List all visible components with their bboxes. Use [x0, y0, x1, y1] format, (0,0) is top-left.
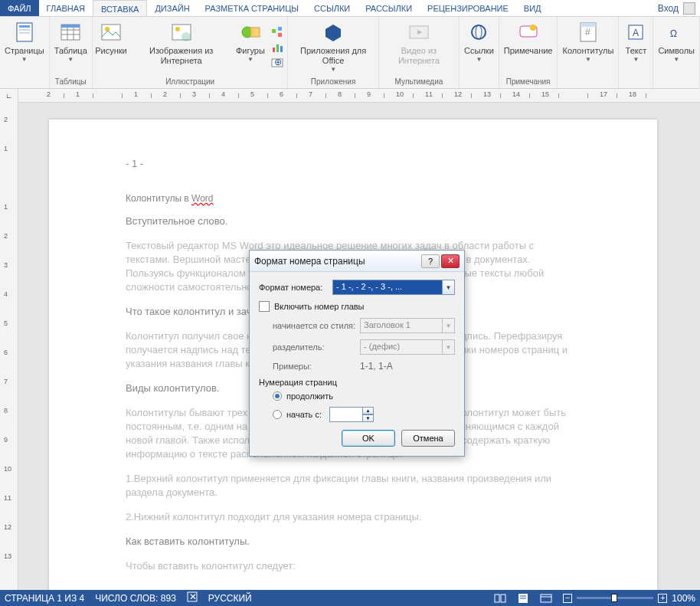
comment-button[interactable]: Примечание: [499, 18, 558, 76]
symbols-icon: Ω: [664, 20, 689, 44]
tab-insert[interactable]: ВСТАВКА: [93, 0, 147, 16]
header-footer-button[interactable]: # Колонтитулы▼: [558, 18, 618, 76]
vertical-ruler[interactable]: 2112345678910111213: [0, 103, 18, 590]
ribbon-tabs: ФАЙЛ ГЛАВНАЯ ВСТАВКА ДИЗАЙН РАЗМЕТКА СТР…: [0, 0, 700, 17]
apps-icon: [321, 20, 345, 44]
svg-point-14: [175, 27, 180, 31]
zoom-out-button[interactable]: −: [563, 594, 572, 603]
read-mode-icon[interactable]: [494, 593, 506, 604]
svg-rect-1: [19, 25, 30, 28]
spinner-up-icon[interactable]: ▲: [363, 407, 374, 414]
video-label: Видео из Интернета: [384, 46, 454, 66]
pages-label: Страницы: [5, 46, 44, 56]
zoom-thumb[interactable]: [611, 594, 617, 602]
tab-references[interactable]: ССЫЛКИ: [306, 0, 358, 16]
tab-home[interactable]: ГЛАВНАЯ: [39, 0, 93, 16]
svg-rect-22: [280, 46, 283, 52]
separator-value: - (дефис): [360, 339, 443, 355]
chart-icon[interactable]: [270, 41, 284, 54]
spellcheck-icon[interactable]: ✕: [187, 591, 198, 604]
online-pictures-button[interactable]: Изображения из Интернета: [129, 18, 233, 76]
status-page[interactable]: СТРАНИЦА 1 ИЗ 4: [5, 593, 84, 604]
doc-p9: Как вставить колонтитулы.: [126, 535, 581, 549]
dialog-help-button[interactable]: ?: [421, 254, 440, 268]
illustrations-group-label: Иллюстрации: [93, 76, 288, 88]
web-layout-icon[interactable]: [540, 593, 552, 604]
include-chapter-checkbox[interactable]: [259, 301, 270, 312]
status-language[interactable]: РУССКИЙ: [208, 593, 252, 604]
page-number-format-dialog: Формат номера страницы ? ✕ Формат номера…: [249, 250, 465, 457]
zoom-value[interactable]: 100%: [672, 593, 695, 604]
apps-label: Приложения для Office: [293, 46, 373, 66]
pictures-label: Рисунки: [95, 46, 127, 56]
dialog-close-button[interactable]: ✕: [441, 254, 460, 268]
sign-in-link[interactable]: Вход: [658, 3, 679, 14]
dialog-titlebar[interactable]: Формат номера страницы ? ✕: [250, 251, 464, 272]
links-button[interactable]: Ссылки▼: [460, 18, 499, 76]
screenshot-icon[interactable]: ⊕: [270, 56, 284, 70]
shapes-icon: [238, 20, 263, 44]
user-avatar-icon[interactable]: [683, 2, 695, 15]
start-at-radio[interactable]: [273, 410, 282, 419]
separator-label: разделитель:: [273, 342, 360, 352]
svg-rect-3: [19, 32, 30, 34]
horizontal-ruler[interactable]: ∟ 211234567891011121314151718: [0, 89, 700, 103]
table-icon: [58, 20, 83, 44]
chevron-down-icon[interactable]: ▼: [443, 280, 455, 295]
svg-point-31: [530, 25, 536, 31]
pages-icon: [12, 20, 37, 44]
status-words[interactable]: ЧИСЛО СЛОВ: 893: [95, 593, 176, 604]
pictures-button[interactable]: Рисунки: [93, 18, 129, 76]
ribbon: Страницы▼ Таблица▼ Таблицы Рисунки Изобр…: [0, 17, 700, 89]
text-button[interactable]: A Текст▼: [619, 18, 653, 76]
include-chapter-label: Включить номер главы: [274, 302, 365, 311]
svg-text:⊕: ⊕: [274, 57, 282, 67]
shapes-button[interactable]: Фигуры▼: [233, 18, 267, 76]
pages-button[interactable]: Страницы▼: [0, 18, 49, 76]
svg-point-11: [105, 27, 110, 31]
cancel-button[interactable]: Отмена: [401, 430, 455, 447]
zoom-slider[interactable]: [577, 597, 653, 599]
examples-value: 1-1, 1-A: [360, 361, 393, 372]
svg-rect-9: [61, 25, 80, 28]
symbols-button[interactable]: Ω Символы▼: [653, 18, 699, 76]
tab-design[interactable]: ДИЗАЙН: [147, 0, 197, 16]
examples-label: Примеры:: [273, 362, 360, 371]
number-format-combo[interactable]: - 1 -, - 2 -, - 3 -, ... ▼: [332, 280, 455, 295]
separator-combo: - (дефис) ▼: [360, 339, 455, 355]
doc-p10: Чтобы вставить колонтитул следует:: [126, 559, 581, 573]
svg-rect-17: [272, 29, 276, 33]
tab-page-layout[interactable]: РАЗМЕТКА СТРАНИЦЫ: [198, 0, 306, 16]
svg-text:#: #: [585, 27, 590, 38]
svg-rect-21: [276, 44, 279, 52]
svg-marker-25: [325, 25, 341, 41]
links-label: Ссылки: [464, 46, 494, 56]
text-label: Текст: [626, 46, 647, 56]
doc-p8: 2.Нижний колонтитул подходит для указани…: [126, 510, 581, 524]
apps-button[interactable]: Приложения для Office▼: [288, 18, 378, 76]
print-layout-icon[interactable]: [517, 593, 529, 604]
comment-label: Примечание: [504, 46, 553, 56]
spinner-down-icon[interactable]: ▼: [363, 414, 374, 422]
online-pictures-icon: [169, 20, 194, 44]
doc-p1: Вступительное слово.: [126, 215, 581, 228]
online-video-button: Видео из Интернета: [379, 18, 459, 76]
smartart-icon[interactable]: [270, 25, 284, 39]
start-at-field[interactable]: [329, 407, 363, 422]
tab-review[interactable]: РЕЦЕНЗИРОВАНИЕ: [420, 0, 516, 16]
tab-view[interactable]: ВИД: [516, 0, 549, 16]
ok-button[interactable]: OK: [342, 430, 395, 447]
table-button[interactable]: Таблица▼: [50, 18, 92, 76]
tab-file[interactable]: ФАЙЛ: [0, 0, 39, 16]
header-footer-icon: #: [576, 20, 600, 44]
tab-mailings[interactable]: РАССЫЛКИ: [358, 0, 420, 16]
doc-p7: 1.Верхний колонтитул применяется для фик…: [126, 472, 581, 500]
doc-title-prefix: Колонтитулы в: [126, 193, 191, 204]
comments-group-label: Примечания: [499, 76, 558, 88]
svg-rect-18: [278, 27, 282, 31]
svg-text:✕: ✕: [189, 591, 197, 602]
zoom-in-button[interactable]: +: [658, 594, 667, 603]
tab-selector-icon[interactable]: ∟: [0, 89, 18, 103]
text-icon: A: [623, 20, 648, 44]
continue-radio[interactable]: [273, 391, 282, 401]
